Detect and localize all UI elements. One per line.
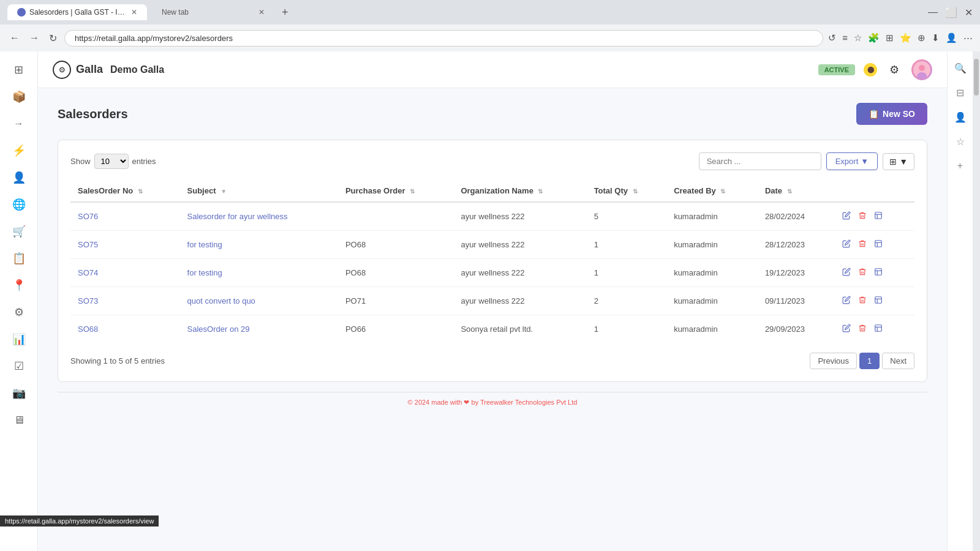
sidebar-item-dashboard[interactable]: ⊞ — [8, 59, 30, 81]
sidebar: ⊞ 📦 → ⚡ 👤 🌐 🛒 📋 📍 ⚙ 📊 ☑ 📷 🖥 — [0, 51, 38, 551]
subject-link[interactable]: quot convert to quo — [187, 296, 255, 305]
user-avatar[interactable] — [911, 59, 932, 80]
edit-button[interactable] — [840, 293, 853, 309]
sidebar-item-arrow[interactable]: → — [8, 113, 30, 135]
cell-created-by: kumaradmin — [666, 259, 758, 287]
browser-titlebar: Salesorders | Galla GST - Invento... ✕ N… — [0, 0, 980, 24]
sidebar-item-globe[interactable]: 🌐 — [8, 193, 30, 216]
delete-button[interactable] — [856, 209, 869, 224]
bookmark-icon[interactable]: ☆ — [854, 32, 862, 43]
sidebar-item-camera[interactable]: 📷 — [8, 382, 30, 404]
edit-button[interactable] — [840, 265, 853, 280]
download-icon[interactable]: ⬇ — [932, 32, 940, 43]
view-button[interactable] — [872, 237, 885, 252]
cell-total-qty: 1 — [587, 231, 667, 259]
delete-button[interactable] — [856, 237, 869, 252]
view-button[interactable] — [872, 321, 885, 337]
salesorder-link[interactable]: SO73 — [78, 296, 98, 305]
scroll-thumb — [974, 59, 979, 96]
search-input[interactable] — [699, 152, 821, 170]
subject-link[interactable]: SalesOrder on 29 — [187, 324, 250, 334]
cell-actions — [832, 231, 914, 259]
right-user-icon[interactable]: 👤 — [951, 108, 970, 126]
edit-button[interactable] — [840, 237, 853, 252]
col-created-by[interactable]: Created By ⇅ — [666, 180, 758, 202]
right-star-icon[interactable]: ☆ — [951, 132, 970, 151]
cell-total-qty: 1 — [587, 259, 667, 287]
sidebar-item-cart[interactable]: 🛒 — [8, 220, 30, 242]
salesorder-link[interactable]: SO68 — [78, 324, 98, 334]
edit-button[interactable] — [840, 209, 853, 224]
extensions-icon[interactable]: 🧩 — [868, 32, 880, 43]
sidebar-item-lightning[interactable]: ⚡ — [8, 140, 30, 162]
sidebar-item-tasks[interactable]: ☑ — [8, 355, 30, 377]
subject-link[interactable]: for testing — [187, 268, 222, 277]
delete-button[interactable] — [856, 321, 869, 337]
scrollbar[interactable] — [973, 51, 980, 551]
table-header: SalesOrder No ⇅ Subject ▼ Purchase Order… — [70, 180, 914, 202]
back-button[interactable]: ← — [7, 30, 22, 46]
col-salesorder-no[interactable]: SalesOrder No ⇅ — [70, 180, 180, 202]
export-button[interactable]: Export ▼ — [826, 152, 878, 170]
collections-icon[interactable]: ⊕ — [918, 32, 925, 43]
restore-button[interactable]: ⬜ — [945, 7, 957, 18]
inactive-tab-close[interactable]: ✕ — [258, 8, 265, 17]
cell-created-by: kumaradmin — [666, 202, 758, 231]
cell-purchase-order: PO66 — [338, 315, 453, 343]
new-tab-button[interactable]: + — [279, 6, 291, 19]
tab-close-button[interactable]: ✕ — [131, 8, 137, 17]
split-view-icon[interactable]: ⊞ — [886, 32, 894, 43]
sidebar-item-reports[interactable]: 📊 — [8, 328, 30, 350]
right-add-icon[interactable]: + — [951, 157, 970, 175]
table-body: SO76 Salesorder for ayur wellness ayur w… — [70, 202, 914, 343]
right-search-icon[interactable]: 🔍 — [951, 59, 970, 77]
right-bar-icon[interactable]: ⊟ — [951, 83, 970, 102]
salesorder-link[interactable]: SO74 — [78, 268, 98, 277]
col-total-qty[interactable]: Total Qty ⇅ — [587, 180, 667, 202]
sidebar-item-settings[interactable]: ⚙ — [8, 301, 30, 323]
edit-button[interactable] — [840, 321, 853, 337]
subject-link[interactable]: Salesorder for ayur wellness — [187, 212, 288, 221]
page-1-button[interactable]: 1 — [859, 353, 880, 369]
entries-select[interactable]: 10 25 50 100 — [94, 154, 129, 169]
active-tab[interactable]: Salesorders | Galla GST - Invento... ✕ — [7, 4, 147, 20]
delete-button[interactable] — [856, 265, 869, 280]
inactive-tab[interactable]: New tab ✕ — [152, 4, 274, 20]
salesorder-link[interactable]: SO75 — [78, 240, 98, 249]
salesorder-link[interactable]: SO76 — [78, 212, 98, 221]
forward-button[interactable]: → — [27, 30, 42, 46]
col-org-name[interactable]: Organization Name ⇅ — [453, 180, 586, 202]
favorites-icon[interactable]: ⭐ — [900, 32, 911, 43]
profile-icon[interactable]: 👤 — [946, 32, 957, 43]
sidebar-item-location[interactable]: 📍 — [8, 274, 30, 296]
reload-icon[interactable]: ↺ — [828, 32, 836, 43]
coin-icon[interactable]: ⬤ — [864, 63, 877, 77]
refresh-button[interactable]: ↻ — [47, 30, 59, 47]
new-so-button[interactable]: 📋 New SO — [856, 103, 927, 125]
sidebar-item-inventory[interactable]: 📦 — [8, 86, 30, 108]
col-subject[interactable]: Subject ▼ — [180, 180, 338, 202]
view-toggle-button[interactable]: ⊞ ▼ — [883, 153, 914, 170]
delete-button[interactable] — [856, 293, 869, 309]
subject-link[interactable]: for testing — [187, 240, 222, 249]
col-date[interactable]: Date ⇅ — [758, 180, 832, 202]
sidebar-item-docs[interactable]: 📋 — [8, 247, 30, 269]
settings-icon-button[interactable]: ⚙ — [886, 61, 903, 78]
reader-mode-icon[interactable]: ≡ — [842, 32, 848, 43]
col-purchase-order[interactable]: Purchase Order ⇅ — [338, 180, 453, 202]
view-button[interactable] — [872, 265, 885, 280]
sidebar-item-monitor[interactable]: 🖥 — [8, 409, 30, 431]
previous-button[interactable]: Previous — [810, 353, 857, 369]
new-so-icon: 📋 — [869, 109, 879, 119]
address-bar[interactable] — [64, 30, 823, 47]
minimize-button[interactable]: — — [928, 7, 938, 18]
pagination: Previous 1 Next — [810, 353, 914, 369]
more-icon[interactable]: ⋯ — [963, 32, 973, 43]
view-button[interactable] — [872, 293, 885, 309]
browser-toolbar: ↺ ≡ ☆ 🧩 ⊞ ⭐ ⊕ ⬇ 👤 ⋯ — [828, 32, 973, 43]
next-button[interactable]: Next — [882, 353, 914, 369]
view-button[interactable] — [872, 209, 885, 224]
close-browser-button[interactable]: ✕ — [965, 7, 973, 18]
cell-org-name: Soonya retail pvt ltd. — [453, 315, 586, 343]
sidebar-item-user[interactable]: 👤 — [8, 167, 30, 189]
